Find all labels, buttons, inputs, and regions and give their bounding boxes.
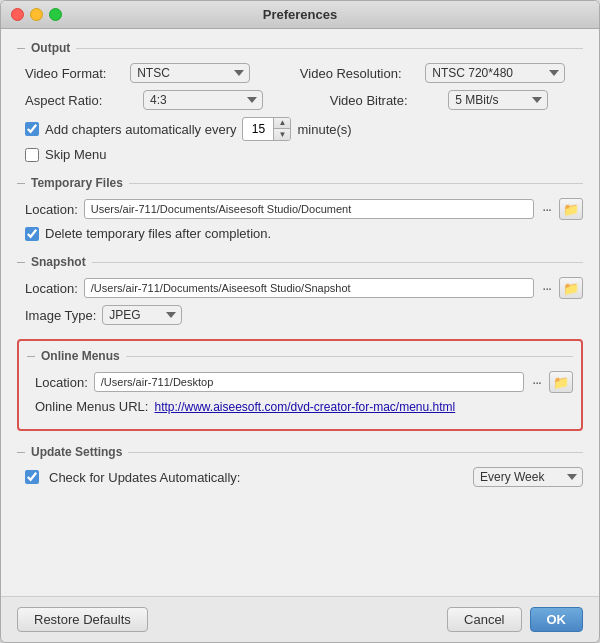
chapters-spinner[interactable]: ▲ ▼: [273, 118, 290, 140]
temp-location-label: Location:: [25, 202, 78, 217]
aspect-ratio-select[interactable]: 4:3 16:9: [143, 90, 263, 110]
close-button[interactable]: [11, 8, 24, 21]
ok-button[interactable]: OK: [530, 607, 584, 632]
online-url-label: Online Menus URL:: [35, 399, 148, 414]
preferences-window: Preferences Output Video Format: NTSC PA…: [0, 0, 600, 643]
auto-update-checkbox[interactable]: [25, 470, 39, 484]
online-url-link[interactable]: http://www.aiseesoft.com/dvd-creator-for…: [154, 400, 455, 414]
online-location-row: Location: /Users/air-711/Desktop ··· 📁: [27, 371, 573, 393]
restore-defaults-button[interactable]: Restore Defaults: [17, 607, 148, 632]
video-bitrate-label: Video Bitrate:: [330, 93, 443, 108]
chapters-unit: minute(s): [297, 122, 351, 137]
chapters-row: Add chapters automatically every 15 ▲ ▼ …: [17, 117, 583, 141]
video-format-select[interactable]: NTSC PAL: [130, 63, 250, 83]
auto-update-label: Check for Updates Automatically:: [49, 470, 467, 485]
video-format-label: Video Format:: [25, 66, 124, 81]
minimize-button[interactable]: [30, 8, 43, 21]
image-type-row: Image Type: JPEG PNG BMP: [17, 305, 583, 325]
spinner-down-button[interactable]: ▼: [274, 129, 290, 140]
title-bar: Preferences: [1, 1, 599, 29]
video-bitrate-select[interactable]: 5 MBit/s 8 MBit/s: [448, 90, 548, 110]
content-area: Output Video Format: NTSC PAL Video Reso…: [1, 29, 599, 596]
delete-temp-checkbox[interactable]: [25, 227, 39, 241]
temp-location-field: Users/air-711/Documents/Aiseesoft Studio…: [84, 199, 535, 219]
temp-dots-button[interactable]: ···: [540, 201, 553, 217]
delete-temp-label: Delete temporary files after completion.: [45, 226, 271, 241]
snapshot-location-label: Location:: [25, 281, 78, 296]
snapshot-location-field: /Users/air-711/Documents/Aiseesoft Studi…: [84, 278, 535, 298]
skip-menu-label: Skip Menu: [45, 147, 106, 162]
online-location-field: /Users/air-711/Desktop: [94, 372, 525, 392]
format-resolution-row: Video Format: NTSC PAL Video Resolution:…: [17, 63, 583, 83]
image-type-label: Image Type:: [25, 308, 96, 323]
online-menus-header: Online Menus: [27, 349, 573, 363]
footer: Restore Defaults Cancel OK: [1, 596, 599, 642]
maximize-button[interactable]: [49, 8, 62, 21]
snapshot-folder-button[interactable]: 📁: [559, 277, 583, 299]
temp-folder-button[interactable]: 📁: [559, 198, 583, 220]
online-dots-button[interactable]: ···: [530, 374, 543, 390]
window-title: Preferences: [263, 7, 337, 22]
online-folder-icon: 📁: [553, 375, 569, 390]
temporary-files-section: Temporary Files Location: Users/air-711/…: [17, 176, 583, 241]
delete-temp-row: Delete temporary files after completion.: [17, 226, 583, 241]
online-folder-button[interactable]: 📁: [549, 371, 573, 393]
spinner-up-button[interactable]: ▲: [274, 118, 290, 129]
aspect-bitrate-row: Aspect Ratio: 4:3 16:9 Video Bitrate: 5 …: [17, 90, 583, 110]
chapters-number-input[interactable]: 15 ▲ ▼: [242, 117, 291, 141]
update-settings-header: Update Settings: [17, 445, 583, 459]
aspect-ratio-label: Aspect Ratio:: [25, 93, 137, 108]
snapshot-header: Snapshot: [17, 255, 583, 269]
snapshot-dots-button[interactable]: ···: [540, 280, 553, 296]
chapters-checkbox[interactable]: [25, 122, 39, 136]
update-check-row: Check for Updates Automatically: Every W…: [17, 467, 583, 487]
snapshot-location-row: Location: /Users/air-711/Documents/Aisee…: [17, 277, 583, 299]
output-section: Output Video Format: NTSC PAL Video Reso…: [17, 41, 583, 162]
skip-menu-checkbox[interactable]: [25, 148, 39, 162]
output-section-header: Output: [17, 41, 583, 55]
temp-files-header: Temporary Files: [17, 176, 583, 190]
skip-menu-row: Skip Menu: [17, 147, 583, 162]
snapshot-section: Snapshot Location: /Users/air-711/Docume…: [17, 255, 583, 325]
temp-location-row: Location: Users/air-711/Documents/Aisees…: [17, 198, 583, 220]
update-settings-section: Update Settings Check for Updates Automa…: [17, 445, 583, 487]
chapters-label: Add chapters automatically every: [45, 122, 236, 137]
online-menus-section: Online Menus Location: /Users/air-711/De…: [17, 339, 583, 431]
folder-icon: 📁: [563, 202, 579, 217]
footer-right-buttons: Cancel OK: [447, 607, 583, 632]
chapters-value-input[interactable]: 15: [243, 120, 273, 138]
cancel-button[interactable]: Cancel: [447, 607, 521, 632]
online-url-row: Online Menus URL: http://www.aiseesoft.c…: [27, 399, 573, 414]
traffic-lights: [11, 8, 62, 21]
image-type-select[interactable]: JPEG PNG BMP: [102, 305, 182, 325]
update-frequency-select[interactable]: Every Week Every Day Every Month Never: [473, 467, 583, 487]
video-resolution-label: Video Resolution:: [300, 66, 419, 81]
online-location-label: Location:: [35, 375, 88, 390]
video-resolution-select[interactable]: NTSC 720*480 PAL 720*576: [425, 63, 565, 83]
snapshot-folder-icon: 📁: [563, 281, 579, 296]
